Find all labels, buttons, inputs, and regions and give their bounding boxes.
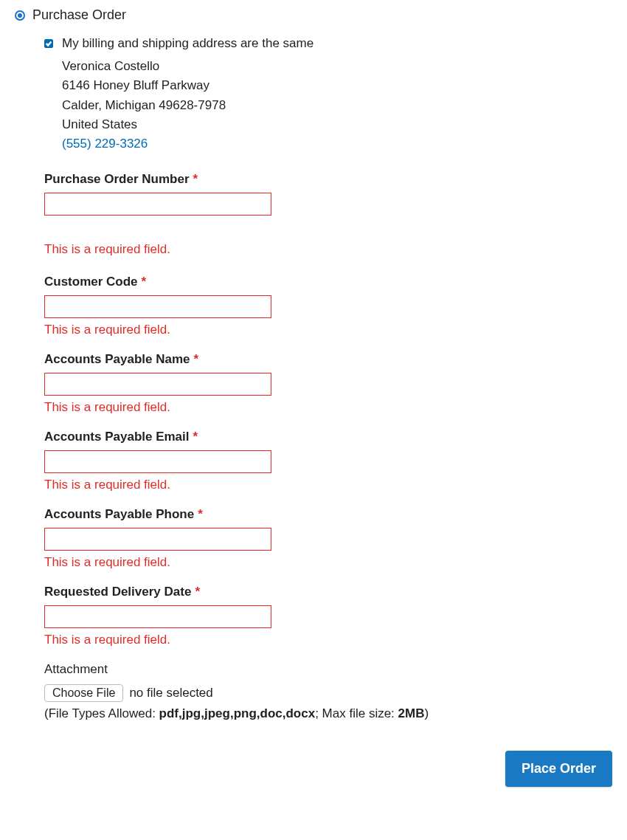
ap-name-error: This is a required field. bbox=[44, 400, 612, 415]
ap-phone-error: This is a required field. bbox=[44, 555, 612, 570]
same-address-checkbox[interactable] bbox=[44, 39, 53, 48]
place-order-button[interactable]: Place Order bbox=[505, 751, 612, 787]
customer-code-input[interactable] bbox=[44, 295, 271, 318]
ap-email-input[interactable] bbox=[44, 450, 271, 473]
ap-name-label: Accounts Payable Name* bbox=[44, 352, 612, 367]
address-phone-link[interactable]: (555) 229-3326 bbox=[62, 137, 148, 151]
po-number-label: Purchase Order Number* bbox=[44, 172, 612, 187]
billing-address: Veronica Costello 6146 Honey Bluff Parkw… bbox=[62, 57, 612, 154]
ap-phone-input[interactable] bbox=[44, 528, 271, 551]
ap-email-error: This is a required field. bbox=[44, 478, 612, 492]
address-country: United States bbox=[62, 115, 612, 134]
address-city-state-zip: Calder, Michigan 49628-7978 bbox=[62, 96, 612, 115]
address-name: Veronica Costello bbox=[62, 57, 612, 76]
ap-email-label: Accounts Payable Email* bbox=[44, 430, 612, 444]
po-number-input[interactable] bbox=[44, 193, 271, 216]
file-status: no file selected bbox=[129, 686, 212, 700]
customer-code-error: This is a required field. bbox=[44, 323, 612, 337]
delivery-date-input[interactable] bbox=[44, 605, 271, 628]
address-street: 6146 Honey Bluff Parkway bbox=[62, 76, 612, 95]
customer-code-label: Customer Code* bbox=[44, 275, 612, 289]
delivery-date-label: Requested Delivery Date* bbox=[44, 585, 612, 599]
payment-method-label: Purchase Order bbox=[32, 7, 126, 23]
file-note: (File Types Allowed: pdf,jpg,jpeg,png,do… bbox=[44, 706, 612, 721]
choose-file-button[interactable]: Choose File bbox=[44, 684, 123, 702]
attachment-label: Attachment bbox=[44, 662, 612, 677]
ap-phone-label: Accounts Payable Phone* bbox=[44, 507, 612, 522]
delivery-date-error: This is a required field. bbox=[44, 633, 612, 647]
purchase-order-radio[interactable] bbox=[15, 10, 25, 21]
same-address-label: My billing and shipping address are the … bbox=[62, 36, 314, 51]
po-number-error: This is a required field. bbox=[44, 242, 612, 257]
ap-name-input[interactable] bbox=[44, 373, 271, 396]
